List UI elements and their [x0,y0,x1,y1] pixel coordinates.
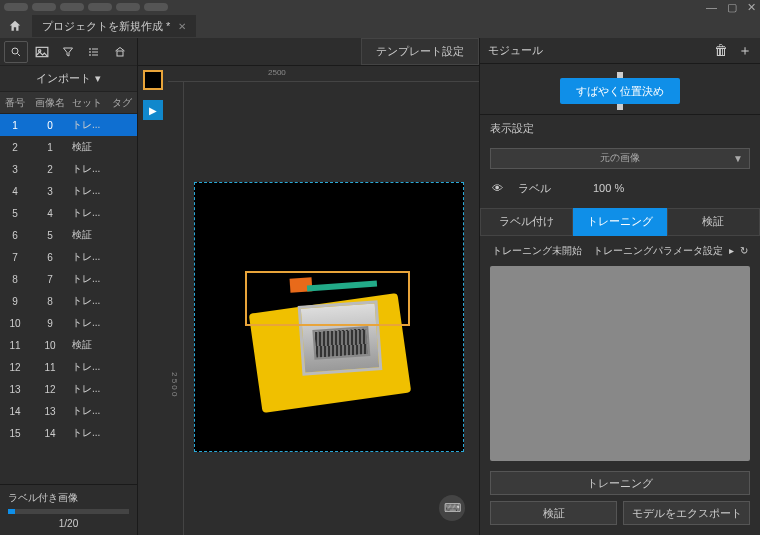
ruler-vertical: 2 5 0 0 [168,82,184,535]
sidebar: インポート ▾ 番号 画像名 セット タグ 10トレ...21検証32トレ...… [0,38,138,535]
col-set[interactable]: セット [70,96,112,110]
training-params-link[interactable]: トレーニングパラメータ設定 [593,244,723,258]
training-status-text: トレーニング未開始 [492,244,582,258]
table-row[interactable]: 1211トレ... [0,356,137,378]
col-img[interactable]: 画像名 [30,96,70,110]
search-button[interactable] [4,41,28,63]
svg-point-9 [90,54,91,55]
image-table[interactable]: 10トレ...21検証32トレ...43トレ...54トレ...65検証76トレ… [0,114,137,484]
titlebar-pills [4,3,168,11]
display-settings-label: 表示設定 [480,114,760,142]
keyboard-icon[interactable]: ⌨ [439,495,465,521]
train-button[interactable]: トレーニング [490,471,750,495]
display-dropdown[interactable]: 元の画像 ▼ [490,148,750,169]
svg-line-1 [18,53,21,56]
canvas[interactable]: ⌨ [184,82,479,535]
result-area [490,266,750,461]
label-text: ラベル [518,181,551,196]
table-row[interactable]: 1514トレ... [0,422,137,444]
minimize-icon[interactable]: — [706,1,717,14]
table-row[interactable]: 87トレ... [0,268,137,290]
maximize-icon[interactable]: ▢ [727,1,737,14]
progress-text: 1/20 [8,518,129,529]
tab-close-icon[interactable]: ✕ [178,21,186,32]
add-icon[interactable]: ＋ [738,42,752,60]
grid-icon[interactable] [108,41,132,63]
table-row[interactable]: 109トレ... [0,312,137,334]
svg-point-0 [12,48,18,54]
template-settings-button[interactable]: テンプレート設定 [361,38,479,65]
col-idx[interactable]: 番号 [0,96,30,110]
filter-icon[interactable] [56,41,80,63]
delete-icon[interactable]: 🗑 [714,42,728,60]
list-icon[interactable] [82,41,106,63]
canvas-panel: テンプレート設定 ▶ 2500 2 5 0 0 [138,38,480,535]
labeled-images-label: ラベル付き画像 [8,491,129,505]
table-row[interactable]: 10トレ... [0,114,137,136]
tabbar: プロジェクトを新規作成 * ✕ [0,14,760,38]
import-button[interactable]: インポート ▾ [0,66,137,92]
svg-point-8 [90,51,91,52]
tab-verify[interactable]: 検証 [667,208,760,236]
ruler-horizontal: 2500 [168,66,479,82]
table-row[interactable]: 54トレ... [0,202,137,224]
quick-position-button[interactable]: すばやく位置決め [560,78,680,104]
label-percent: 100 % [593,182,624,194]
module-title: モジュール [488,43,543,58]
table-row[interactable]: 21検証 [0,136,137,158]
play-thumbnail[interactable]: ▶ [143,100,163,120]
table-row[interactable]: 43トレ... [0,180,137,202]
canvas-frame [194,182,464,452]
selection-box[interactable] [245,271,410,326]
svg-point-7 [90,48,91,49]
table-row[interactable]: 1110検証 [0,334,137,356]
col-tag[interactable]: タグ [112,96,136,110]
chevron-right-icon: ▸ [729,245,734,256]
eye-icon[interactable]: 👁 [492,182,506,194]
image-preview [195,183,463,451]
thumbnail[interactable] [143,70,163,90]
home-button[interactable] [0,14,30,38]
tab-title: プロジェクトを新規作成 * [42,19,170,34]
export-model-button[interactable]: モデルをエクスポート [623,501,750,525]
table-row[interactable]: 32トレ... [0,158,137,180]
tab-training[interactable]: トレーニング [573,208,666,236]
verify-button[interactable]: 検証 [490,501,617,525]
table-row[interactable]: 1413トレ... [0,400,137,422]
svg-rect-10 [117,51,123,56]
table-row[interactable]: 98トレ... [0,290,137,312]
close-icon[interactable]: ✕ [747,1,756,14]
tab-label[interactable]: ラベル付け [480,208,573,236]
progress-bar [8,509,129,514]
table-header: 番号 画像名 セット タグ [0,92,137,114]
titlebar: — ▢ ✕ [0,0,760,14]
project-tab[interactable]: プロジェクトを新規作成 * ✕ [32,15,196,37]
table-row[interactable]: 76トレ... [0,246,137,268]
image-icon[interactable] [30,41,54,63]
module-panel: モジュール 🗑 ＋ すばやく位置決め 表示設定 元の画像 ▼ 👁 ラベル 100… [480,38,760,535]
chevron-down-icon: ▼ [733,153,743,164]
history-icon[interactable]: ↻ [740,245,748,256]
table-row[interactable]: 65検証 [0,224,137,246]
table-row[interactable]: 1312トレ... [0,378,137,400]
